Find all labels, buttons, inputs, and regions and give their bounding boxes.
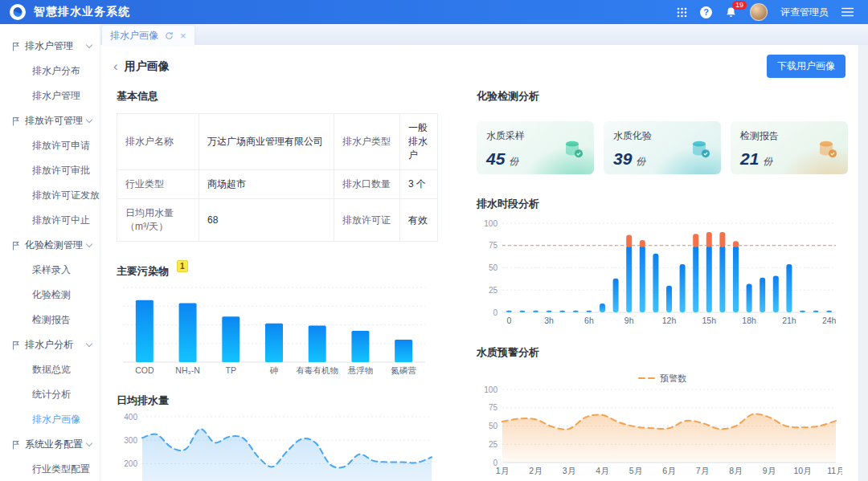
- legend-dash-icon: [638, 377, 645, 379]
- svg-text:5月: 5月: [629, 466, 642, 475]
- sidebar-item-排放许可中止[interactable]: 排放许可中止: [0, 208, 100, 233]
- sidebar-group-4[interactable]: 系统业务配置: [0, 432, 100, 457]
- svg-text:0: 0: [493, 308, 497, 317]
- sidebar-group-0[interactable]: 排水户管理: [0, 34, 100, 59]
- info-value: 一般排水户: [400, 114, 438, 170]
- app-header: 智慧排水业务系统 ? 19 评查管理员: [0, 0, 868, 24]
- chevron-down-icon: [86, 440, 92, 446]
- menu-list-icon[interactable]: [841, 7, 854, 17]
- svg-text:1月: 1月: [496, 466, 509, 475]
- info-label: 排水户名称: [117, 114, 199, 170]
- svg-text:75: 75: [489, 403, 498, 412]
- sidebar-group-3[interactable]: 排水户分析: [0, 332, 100, 357]
- stat-unit: 份: [509, 156, 518, 167]
- pollutants-badge: 1: [177, 260, 188, 272]
- legend-label: 预警数: [660, 373, 686, 385]
- sidebar-menu: 排水户管理排水户分布排水户管理排放许可管理排放许可申请排放许可审批排放许可证发放…: [0, 24, 100, 481]
- sidebar-item-排水户管理[interactable]: 排水户管理: [0, 84, 100, 108]
- close-icon[interactable]: ×: [180, 31, 186, 41]
- svg-text:6月: 6月: [662, 466, 675, 475]
- flag-icon: [11, 340, 20, 350]
- legend-dash-icon: [648, 377, 655, 379]
- sidebar-item-采样录入[interactable]: 采样录入: [0, 258, 100, 283]
- svg-text:TP: TP: [226, 365, 236, 375]
- page-header: ‹ 用户画像 下载用户画像: [100, 45, 858, 81]
- notification-bell-icon[interactable]: 19: [725, 6, 737, 18]
- svg-text:400: 400: [124, 413, 137, 422]
- svg-text:9h: 9h: [624, 316, 634, 325]
- info-value: 万达广场商业管理有限公司: [199, 114, 334, 170]
- back-chevron-icon[interactable]: ‹: [113, 59, 118, 73]
- svg-text:7月: 7月: [696, 466, 709, 475]
- svg-text:2月: 2月: [529, 466, 542, 475]
- info-label: 日均用水量（m³/天）: [117, 199, 199, 242]
- sidebar-group-1[interactable]: 排放许可管理: [0, 108, 100, 133]
- info-label: 排放许可证: [334, 199, 400, 242]
- main-content: ‹ 用户画像 下载用户画像 基本信息 排水户名称 万达广场商业管理有限公司 排水…: [100, 45, 858, 481]
- download-portrait-button[interactable]: 下载用户画像: [767, 55, 845, 78]
- svg-text:6h: 6h: [584, 316, 594, 325]
- svg-text:10月: 10月: [793, 466, 811, 475]
- basic-info-table: 排水户名称 万达广场商业管理有限公司 排水户类型 一般排水户 行业类型 商场超市…: [117, 113, 438, 242]
- sidebar-item-排水户分布[interactable]: 排水户分布: [0, 59, 100, 84]
- svg-text:COD: COD: [135, 365, 154, 375]
- svg-text:300: 300: [124, 436, 137, 445]
- lab-analysis-title: 化验检测分析: [477, 89, 848, 104]
- hourly-bar-chart: 025507510003h6h9h12h15h18h21h24h: [477, 218, 842, 327]
- stat-value: 39: [613, 149, 632, 168]
- svg-text:50: 50: [489, 263, 498, 272]
- refresh-icon[interactable]: [165, 31, 174, 40]
- chevron-down-icon: [86, 340, 92, 347]
- sidebar-item-排放许可申请[interactable]: 排放许可申请: [0, 133, 100, 158]
- info-value: 商场超市: [199, 170, 334, 199]
- daily-drainage-title: 日均排水量: [117, 393, 438, 408]
- sidebar-item-统计分析[interactable]: 统计分析: [0, 382, 100, 407]
- flag-icon: [11, 116, 20, 126]
- columns: 基本信息 排水户名称 万达广场商业管理有限公司 排水户类型 一般排水户 行业类型…: [100, 81, 858, 481]
- svg-text:100: 100: [484, 385, 497, 394]
- pollutants-section: 主要污染物1: [117, 264, 438, 279]
- svg-text:15h: 15h: [702, 316, 717, 325]
- avatar[interactable]: [750, 3, 768, 21]
- sidebar-item-排水户画像[interactable]: 排水户画像: [0, 407, 100, 432]
- info-label: 行业类型: [117, 170, 199, 199]
- svg-text:0: 0: [506, 316, 511, 325]
- app-title: 智慧排水业务系统: [34, 5, 130, 19]
- notification-badge: 19: [732, 1, 747, 10]
- stat-value: 45: [486, 149, 505, 168]
- svg-text:24h: 24h: [822, 316, 837, 325]
- tab-drainage-portrait[interactable]: 排水户画像 ×: [102, 26, 194, 45]
- stat-card-testing[interactable]: 水质化验 39份: [604, 121, 721, 174]
- sidebar-item-数据总览[interactable]: 数据总览: [0, 357, 100, 382]
- daily-drainage-area-chart: 010020030040011-0111-0211-0311-0411-0511…: [117, 411, 438, 481]
- svg-text:100: 100: [484, 219, 497, 228]
- sidebar-item-检测报告[interactable]: 检测报告: [0, 308, 100, 332]
- sidebar-item-化验检测[interactable]: 化验检测: [0, 283, 100, 308]
- chevron-down-icon: [86, 116, 92, 123]
- flag-icon: [11, 241, 20, 251]
- app-logo-icon: [10, 4, 26, 20]
- warning-title: 水质预警分析: [477, 345, 848, 360]
- svg-text:25: 25: [489, 286, 498, 295]
- info-value: 3 个: [400, 170, 438, 199]
- stat-card-report[interactable]: 检测报告 21份: [731, 121, 848, 174]
- sidebar-item-排放许可证发放[interactable]: 排放许可证发放: [0, 183, 100, 208]
- svg-text:砷: 砷: [269, 365, 279, 375]
- coins-stack-icon: [560, 137, 586, 163]
- help-icon[interactable]: ?: [700, 6, 712, 18]
- sidebar-group-2[interactable]: 化验检测管理: [0, 233, 100, 258]
- warning-legend[interactable]: 预警数: [477, 373, 848, 384]
- pollutants-bar-chart: CODNH₃-NTP砷有毒有机物悬浮物氮磷营: [117, 282, 432, 377]
- svg-text:有毒有机物: 有毒有机物: [296, 365, 338, 375]
- user-name[interactable]: 评查管理员: [780, 6, 829, 19]
- stat-card-sampling[interactable]: 水质采样 45份: [477, 121, 594, 174]
- info-value: 有效: [400, 199, 438, 242]
- svg-text:8月: 8月: [729, 466, 742, 475]
- stat-unit: 份: [636, 156, 645, 167]
- apps-grid-icon[interactable]: [677, 7, 687, 18]
- sidebar-item-排放许可审批[interactable]: 排放许可审批: [0, 158, 100, 183]
- svg-text:3月: 3月: [563, 466, 575, 475]
- hourly-title: 排水时段分析: [477, 197, 848, 211]
- svg-text:3h: 3h: [544, 316, 554, 325]
- sidebar-item-行业类型配置[interactable]: 行业类型配置: [0, 457, 100, 481]
